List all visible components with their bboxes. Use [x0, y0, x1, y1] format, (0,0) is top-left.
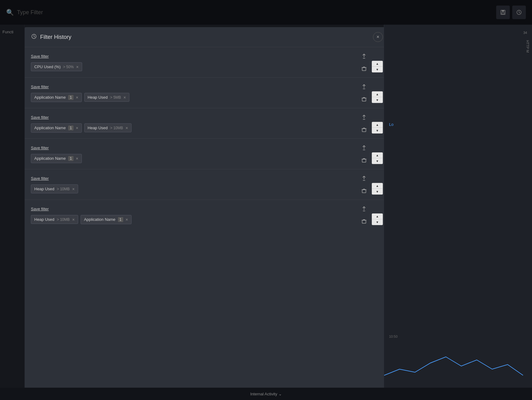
filter-2-stepper-up[interactable]: ▲ [372, 92, 383, 97]
filter-3-pin-button[interactable] [360, 113, 368, 121]
save-filter-link-1[interactable]: Save filter [31, 54, 49, 59]
filter-5-stepper-up[interactable]: ▲ [372, 183, 383, 189]
save-filter-link-4[interactable]: Save filter [31, 146, 49, 150]
filter-tag-appname-3-count: 1 [68, 126, 73, 130]
filter-tag-appname-3-label: Application Name [34, 126, 66, 130]
filter-6-stepper[interactable]: ▲ ▼ [372, 213, 383, 225]
filter-entry-1-row: Save filter CPU Used (%) > 50% × [31, 52, 383, 72]
filter-4-stepper-up[interactable]: ▲ [372, 153, 383, 158]
filter-entry-3: Save filter Application Name 1 × Heap Us… [25, 108, 389, 139]
modal-header: Filter History × [25, 27, 389, 47]
filter-tag-appname-6-close[interactable]: × [126, 217, 128, 222]
filter-3-delete-button[interactable] [360, 126, 368, 134]
filter-tag-cpu-close[interactable]: × [76, 65, 79, 69]
filter-entry-3-row: Save filter Application Name 1 × Heap Us… [31, 113, 383, 134]
filter-1-pin-button[interactable] [360, 52, 368, 60]
filter-2-delete-button[interactable] [360, 96, 368, 103]
modal-title: Filter History [40, 34, 373, 40]
filter-entry-5: Save filter Heap Used > 10MB × [25, 169, 389, 200]
svg-rect-10 [362, 220, 366, 223]
filter-tag-appname-4-count: 1 [68, 156, 73, 161]
right-side-panel: Lo 10:50 34 HTTP M [384, 25, 532, 400]
save-filter-link-2[interactable]: Save filter [31, 85, 49, 89]
filter-1-stepper[interactable]: ▲ ▼ [372, 61, 383, 72]
filter-5-delete-button[interactable] [360, 187, 368, 195]
filter-5-stepper-down[interactable]: ▼ [372, 189, 383, 194]
filter-tag-heap-10mb-3: Heap Used > 10MB × [84, 123, 132, 132]
filter-tag-appname-3-close[interactable]: × [76, 126, 78, 130]
modal-close-button[interactable]: × [373, 32, 383, 42]
filter-5-pin-button[interactable] [360, 174, 368, 182]
right-panel-content: Lo 10:50 34 HTTP M [384, 25, 532, 132]
filter-1-delete-button[interactable] [360, 65, 368, 72]
filter-tag-appname-3: Application Name 1 × [31, 123, 82, 133]
filter-1-stepper-down[interactable]: ▼ [372, 67, 383, 72]
bottom-bar: Internal Activity ⌄ [0, 388, 532, 400]
filter-tag-appname-4-label: Application Name [34, 156, 66, 161]
filter-entry-4: Save filter Application Name 1 × [25, 139, 389, 169]
filter-tag-appname-2-count: 1 [68, 95, 73, 100]
filter-tag-appname-6-label: Application Name [84, 217, 115, 222]
filter-3-stepper[interactable]: ▲ ▼ [372, 122, 383, 134]
filter-tag-appname-4: Application Name 1 × [31, 154, 82, 163]
chart-svg [384, 351, 532, 381]
filter-tag-heap-5mb-close[interactable]: × [124, 95, 126, 100]
filter-tag-appname-6-count: 1 [118, 217, 123, 222]
filter-6-pin-button[interactable] [360, 205, 368, 213]
filter-history-modal: Filter History × Save filter CPU Used (%… [25, 27, 389, 400]
filter-6-delete-button[interactable] [360, 218, 368, 225]
filter-6-stepper-up[interactable]: ▲ [372, 214, 383, 219]
filter-tag-appname-2: Application Name 1 × [31, 93, 82, 102]
filter-tag-heap-5mb-name: Heap Used [88, 95, 108, 100]
filter-tag-appname-4-close[interactable]: × [76, 156, 78, 161]
filter-entry-1: Save filter CPU Used (%) > 50% × [25, 47, 389, 78]
filter-6-stepper-down[interactable]: ▼ [372, 219, 383, 225]
filter-row-1: CPU Used (%) > 50% × [31, 62, 354, 71]
filter-5-stepper[interactable]: ▲ ▼ [372, 183, 383, 195]
filter-row-2: Application Name 1 × Heap Used > 5MB × [31, 93, 354, 102]
filter-tag-heap-10mb-6-close[interactable]: × [72, 217, 75, 222]
svg-rect-8 [362, 159, 366, 162]
filter-tag-heap-10mb-5-op: > 10MB [57, 187, 70, 191]
save-filter-link-3[interactable]: Save filter [31, 115, 49, 120]
svg-rect-9 [362, 190, 366, 193]
filter-tag-appname-6: Application Name 1 × [81, 215, 132, 224]
save-filter-link-5[interactable]: Save filter [31, 176, 49, 181]
chart-time-label: 10:50 [389, 335, 398, 338]
history-icon [31, 33, 37, 41]
http-label: HTTP M [526, 40, 530, 53]
svg-rect-7 [362, 129, 366, 132]
svg-rect-6 [362, 98, 366, 101]
filter-tag-heap-5mb-op: > 5MB [110, 95, 121, 100]
filter-tag-appname-2-close[interactable]: × [76, 95, 78, 100]
filter-4-delete-button[interactable] [360, 157, 368, 164]
filter-tag-heap-10mb-6-op: > 10MB [57, 217, 70, 222]
filter-entry-4-row: Save filter Application Name 1 × [31, 144, 383, 164]
filter-tag-heap-10mb-6-name: Heap Used [34, 217, 54, 222]
save-filter-link-6[interactable]: Save filter [31, 207, 49, 211]
filter-tag-heap-10mb-3-name: Heap Used [88, 126, 108, 130]
filter-tag-appname-2-label: Application Name [34, 95, 66, 100]
filter-2-stepper-down[interactable]: ▼ [372, 97, 383, 103]
filter-4-stepper-down[interactable]: ▼ [372, 158, 383, 164]
filter-row-5: Heap Used > 10MB × [31, 184, 354, 193]
filter-4-stepper[interactable]: ▲ ▼ [372, 152, 383, 164]
filter-tag-heap-10mb-5-name: Heap Used [34, 187, 54, 191]
filter-entry-6-row: Save filter Heap Used > 10MB × Applicati… [31, 205, 383, 225]
filter-tag-heap-10mb-3-close[interactable]: × [126, 126, 128, 130]
modal-body[interactable]: Save filter CPU Used (%) > 50% × [25, 47, 389, 400]
filter-tag-heap-10mb-5-close[interactable]: × [72, 187, 75, 191]
filter-3-stepper-up[interactable]: ▲ [372, 122, 383, 128]
filter-entry-2: Save filter Application Name 1 × Heap Us… [25, 78, 389, 108]
filter-tag-cpu: CPU Used (%) > 50% × [31, 62, 82, 71]
filter-3-stepper-down[interactable]: ▼ [372, 128, 383, 133]
filter-2-stepper[interactable]: ▲ ▼ [372, 91, 383, 103]
filter-row-6: Heap Used > 10MB × Application Name 1 × [31, 215, 354, 224]
filter-tag-heap-10mb-5: Heap Used > 10MB × [31, 184, 78, 193]
filter-1-stepper-up[interactable]: ▲ [372, 61, 383, 67]
filter-2-pin-button[interactable] [360, 83, 368, 91]
filter-entry-6: Save filter Heap Used > 10MB × Applicati… [25, 200, 389, 230]
right-panel-lo-label: Lo [389, 122, 527, 127]
filter-tag-cpu-name: CPU Used (%) [34, 64, 61, 69]
filter-4-pin-button[interactable] [360, 144, 368, 152]
